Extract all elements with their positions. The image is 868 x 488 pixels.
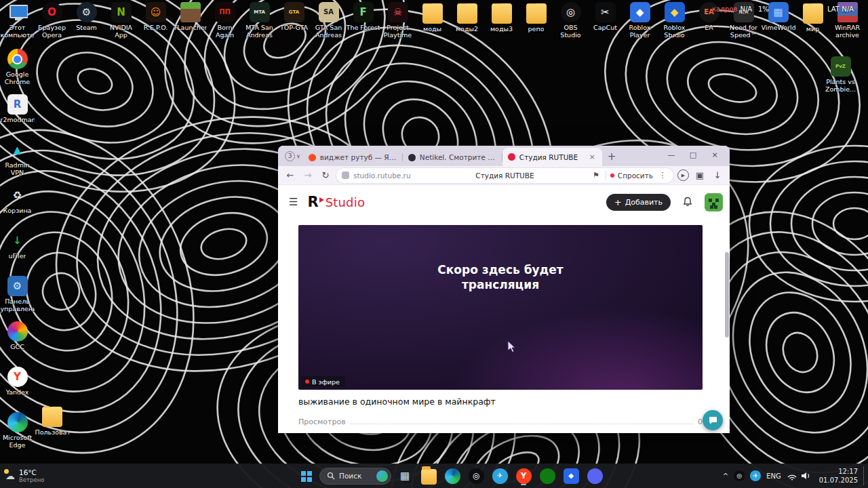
nvidia-app-glyph: N: [117, 7, 125, 18]
desktop-icon-label: VimeWorld: [762, 24, 795, 32]
desktop-icon-google-chrome[interactable]: Google Chrome: [0, 49, 35, 94]
tab-favicon: [309, 154, 316, 161]
studio-header: ☰ R Studio + Добавить: [278, 185, 730, 219]
desktop-icon-mir[interactable]: мир: [795, 2, 830, 40]
tab-close-icon[interactable]: ×: [588, 152, 597, 161]
browser-tab-2[interactable]: Студия RUTUBE×: [502, 148, 602, 166]
tab-favicon: [508, 153, 515, 161]
status-icons[interactable]: [787, 471, 814, 481]
desktop-icon-mody2[interactable]: моды2: [450, 2, 484, 40]
add-button[interactable]: + Добавить: [606, 194, 671, 211]
desktop-icon-label: TOP-GTA: [280, 24, 308, 32]
stream-title: выживание в одиночном мире в майнкрафт: [298, 396, 703, 407]
tab-title: Netikel. Смотрите видео: [420, 153, 497, 161]
bookmark-icon[interactable]: ⚑: [591, 171, 601, 180]
desktop-icon-repo-game[interactable]: ☺R.E.P.O.: [138, 2, 173, 40]
avatar[interactable]: [705, 193, 723, 211]
desktop-icon-radmin-vpn[interactable]: ▲Radmin VPN: [0, 140, 35, 185]
taskbar-icon-obs-studio[interactable]: ◎: [466, 466, 486, 486]
discord-icon: [587, 468, 603, 484]
desktop-icon-microsoft-edge[interactable]: Microsoft Edge: [0, 412, 35, 458]
taskbar-clock[interactable]: 12:17 01.07.2025: [819, 467, 858, 485]
notifications-button[interactable]: [680, 197, 695, 207]
taskbar-icon-xbox[interactable]: [537, 466, 557, 486]
window-close-button[interactable]: ×: [704, 147, 726, 163]
reload-button[interactable]: ↻: [319, 170, 332, 180]
panels-button[interactable]: ▣: [693, 170, 707, 180]
tray-telegram-icon[interactable]: ✈: [750, 470, 761, 481]
desktop-icon-control-panel[interactable]: ⚙Панель управления: [0, 276, 35, 321]
window-minimize-button[interactable]: —: [660, 147, 682, 163]
desktop-icon-opera[interactable]: OБраузер Opera: [35, 2, 69, 40]
forward-button[interactable]: →: [301, 170, 315, 180]
desktop: Этот компьютерOБраузер Opera⚙SteamNNVIDI…: [0, 0, 868, 488]
steam-glyph: ⚙: [82, 7, 91, 18]
taskbar-icon-telegram[interactable]: ✈: [490, 466, 510, 486]
desktop-icon-steam[interactable]: ⚙Steam: [69, 2, 104, 40]
desktop-icon-mody3[interactable]: моды3: [484, 2, 519, 40]
desktop-icon-capcut[interactable]: ✂CapCut: [588, 2, 623, 40]
more-menu-icon[interactable]: ⋮: [657, 171, 668, 180]
tab-counter-button[interactable]: 3 ∨: [282, 148, 303, 164]
desktop-icon-mody[interactable]: моды: [415, 2, 450, 40]
desktop-icon-project-playtime[interactable]: ☠Project Playtime: [380, 2, 415, 40]
desktop-icon-tlauncher[interactable]: TLauncher: [173, 2, 208, 40]
desktop-icon-repo-folder[interactable]: репо: [519, 2, 553, 40]
desktop-icon-ufiler[interactable]: ↓uFiler: [0, 230, 35, 276]
window-maximize-button[interactable]: □: [682, 147, 704, 163]
desktop-icon-nvidia-app[interactable]: NNVIDIA App: [104, 2, 138, 40]
taskbar-icon-microsoft-edge[interactable]: [442, 466, 462, 486]
radmin-vpn-glyph: ▲: [14, 145, 22, 155]
taskbar-icon-yandex-browser[interactable]: Y: [513, 466, 534, 486]
desktop-icon-the-forest[interactable]: FThe Forest: [346, 2, 380, 40]
recycle-bin-icon: ♻: [7, 185, 28, 205]
taskbar-app-icons: ▦◎✈Y◆: [395, 466, 605, 486]
desktop-icon-label: CapCut: [593, 24, 617, 32]
back-button[interactable]: ←: [283, 170, 297, 180]
desktop-icon-r2modman[interactable]: Rr2modman: [0, 94, 35, 140]
task-view-icon: ▦: [397, 468, 413, 484]
desktop-icon-roblox-studio[interactable]: ◆Roblox Studio: [657, 2, 692, 40]
taskbar-start-button[interactable]: [296, 466, 316, 486]
taskbar-icon-roblox[interactable]: ◆: [561, 466, 581, 486]
taskbar-icon-file-explorer[interactable]: [418, 466, 439, 486]
browser-tab-1[interactable]: Netikel. Смотрите видео: [403, 148, 502, 166]
desktop-icon-users-folder[interactable]: Пользоват...: [35, 405, 69, 436]
desktop-icon-yandex[interactable]: YYandex: [0, 367, 35, 412]
desktop-icon-mta-sa[interactable]: MTAMTA San Andreas 1.0: [242, 2, 277, 40]
tray-expand-icon[interactable]: ^: [723, 472, 728, 480]
show-desktop-button[interactable]: [863, 466, 865, 485]
language-indicator[interactable]: ENG: [766, 472, 781, 480]
site-security-icon[interactable]: [342, 171, 349, 179]
rutube-studio-logo[interactable]: R Studio: [307, 194, 365, 210]
desktop-icon-top-gta[interactable]: GTATOP-GTA: [277, 2, 311, 40]
desktop-icon-roblox-player[interactable]: ◆Roblox Player: [623, 2, 657, 40]
desktop-icon-this-pc[interactable]: Этот компьютер: [0, 2, 35, 40]
this-pc-icon: [7, 2, 28, 22]
downloads-button[interactable]: ↓: [711, 170, 724, 180]
desktop-icon-recycle-bin[interactable]: ♻Корзина: [0, 185, 35, 230]
taskbar-weather-widget[interactable]: ☁ 16°C Ветрено: [5, 464, 44, 488]
taskbar-search[interactable]: Поиск: [319, 468, 391, 485]
desktop-icon-born-again[interactable]: ППBorn Again: [208, 2, 242, 40]
desktop-icon-obs-studio[interactable]: ◎OBS Studio: [553, 2, 588, 40]
taskbar-icon-discord[interactable]: [585, 466, 605, 486]
desktop-icon-label: моды2: [456, 26, 478, 33]
new-tab-button[interactable]: +: [602, 150, 622, 163]
stream-preview[interactable]: Скоро здесь будет трансляция В эфире: [298, 225, 703, 390]
tray-obs-icon[interactable]: ◎: [734, 470, 745, 481]
project-playtime-glyph: ☠: [393, 7, 402, 18]
page-scrollbar[interactable]: [725, 252, 729, 338]
desktop-icon-gcc[interactable]: GCC: [0, 321, 35, 367]
taskbar-icon-task-view[interactable]: ▦: [395, 466, 415, 486]
chat-fab-button[interactable]: [703, 410, 723, 430]
repo-game-glyph: ☺: [151, 7, 161, 18]
ask-alice-button[interactable]: ● Спросить: [610, 171, 653, 180]
desktop-icon-plants-vs-zombies[interactable]: PvZPlants vs Zombie...: [823, 56, 858, 94]
logo-r: R: [307, 194, 318, 210]
address-bar[interactable]: studio.rutube.ru Студия RUTUBE ⚑ ● Спрос…: [336, 168, 673, 183]
desktop-icon-gta-san-andreas[interactable]: SAGTA San Andreas: [311, 2, 346, 40]
hamburger-menu-icon[interactable]: ☰: [289, 196, 298, 208]
browser-tab-0[interactable]: виджет рутуб — Яндекс:: [303, 148, 403, 166]
media-button[interactable]: ▶: [677, 169, 689, 181]
